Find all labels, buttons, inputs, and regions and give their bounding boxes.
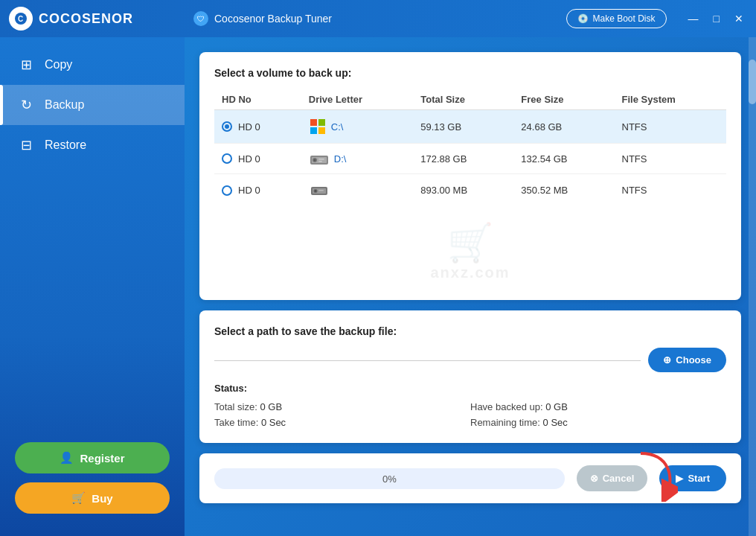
app-logo-text: COCOSENOR bbox=[39, 11, 133, 27]
svg-rect-16 bbox=[318, 190, 324, 191]
svg-rect-5 bbox=[318, 127, 325, 134]
col-total-size: Total Size bbox=[413, 89, 513, 110]
disk-icon bbox=[309, 151, 330, 166]
path-row: ⊕ Choose bbox=[214, 348, 726, 372]
sidebar-bottom: 👤 Register 🛒 Buy bbox=[0, 427, 185, 536]
status-title: Status: bbox=[214, 383, 726, 394]
take-time-item: Take time: 0 Sec bbox=[214, 417, 470, 428]
cancel-button[interactable]: ⊗ Cancel bbox=[577, 465, 648, 491]
free-size-cell: 132.54 GB bbox=[513, 144, 614, 174]
hd-no-cell: HD 0 bbox=[214, 144, 301, 174]
file-system-cell: NTFS bbox=[615, 144, 727, 174]
main-layout: ⊞ Copy ↻ Backup ⊟ Restore 👤 Register 🛒 B… bbox=[0, 37, 756, 536]
scrollbar[interactable] bbox=[749, 37, 756, 536]
svg-rect-4 bbox=[310, 127, 317, 134]
hd-no-cell: HD 0 bbox=[214, 110, 301, 144]
free-size-cell: 350.52 MB bbox=[513, 174, 614, 207]
radio-selected bbox=[222, 121, 232, 132]
start-button[interactable]: ▶ Start bbox=[659, 465, 726, 491]
cart-icon: 🛒 bbox=[71, 491, 86, 505]
col-hd-no: HD No bbox=[214, 89, 301, 110]
col-file-system: File System bbox=[615, 89, 727, 110]
hd-no-cell: HD 0 bbox=[214, 174, 301, 207]
drive-letter-cell: D:\ bbox=[301, 144, 413, 174]
svg-point-15 bbox=[315, 191, 316, 192]
play-icon: ▶ bbox=[676, 473, 683, 484]
cancel-icon: ⊗ bbox=[590, 473, 598, 484]
total-size-cell: 59.13 GB bbox=[413, 110, 513, 144]
volume-panel-title: Select a volume to back up: bbox=[214, 67, 726, 79]
window-controls: — □ ✕ bbox=[685, 12, 747, 25]
title-bar-actions: 💿 Make Boot Disk — □ ✕ bbox=[566, 9, 748, 28]
sidebar: ⊞ Copy ↻ Backup ⊟ Restore 👤 Register 🛒 B… bbox=[0, 37, 185, 536]
path-panel: Select a path to save the backup file: ⊕… bbox=[199, 310, 741, 443]
table-row[interactable]: HD 0 bbox=[214, 110, 726, 144]
progress-text: 0% bbox=[382, 473, 397, 484]
svg-text:C: C bbox=[18, 15, 24, 23]
shield-icon: 🛡 bbox=[193, 11, 208, 26]
restore-icon: ⊟ bbox=[18, 137, 34, 153]
table-row[interactable]: HD 0 bbox=[214, 144, 726, 174]
boot-disk-icon: 💿 bbox=[577, 13, 589, 24]
maximize-button[interactable]: □ bbox=[710, 12, 723, 25]
logo-icon: C bbox=[9, 7, 33, 31]
scrollbar-thumb[interactable] bbox=[749, 60, 756, 104]
plus-icon: ⊕ bbox=[663, 354, 671, 366]
svg-rect-10 bbox=[318, 159, 324, 160]
drive-letter-cell: C:\ bbox=[301, 110, 413, 144]
radio-unselected bbox=[222, 153, 232, 164]
volume-table: HD No Drive Letter Total Size Free Size … bbox=[214, 89, 726, 206]
close-button[interactable]: ✕ bbox=[731, 12, 747, 25]
app-logo: C COCOSENOR bbox=[9, 7, 193, 31]
file-system-cell: NTFS bbox=[615, 110, 727, 144]
total-size-cell: 172.88 GB bbox=[413, 144, 513, 174]
col-free-size: Free Size bbox=[513, 89, 614, 110]
backup-icon: ↻ bbox=[18, 97, 34, 113]
small-disk-icon bbox=[309, 182, 330, 197]
register-button[interactable]: 👤 Register bbox=[15, 442, 170, 473]
sidebar-item-restore[interactable]: ⊟ Restore bbox=[0, 125, 185, 165]
make-boot-disk-button[interactable]: 💿 Make Boot Disk bbox=[566, 9, 667, 28]
svg-point-9 bbox=[313, 159, 315, 162]
copy-icon: ⊞ bbox=[18, 57, 34, 73]
watermark: 🛒 anxz.com bbox=[214, 206, 726, 285]
progress-panel: 0% ⊗ Cancel ▶ Start bbox=[199, 453, 741, 503]
buy-button[interactable]: 🛒 Buy bbox=[15, 482, 170, 514]
status-grid: Total size: 0 GB Have backed up: 0 GB Ta… bbox=[214, 401, 726, 428]
file-system-cell: NTFS bbox=[615, 174, 727, 207]
sidebar-item-copy[interactable]: ⊞ Copy bbox=[0, 45, 185, 85]
register-icon: 👤 bbox=[60, 451, 74, 465]
total-size-cell: 893.00 MB bbox=[413, 174, 513, 207]
have-backed-up-item: Have backed up: 0 GB bbox=[470, 401, 726, 412]
title-bar: C COCOSENOR 🛡 Cocosenor Backup Tuner 💿 M… bbox=[0, 0, 756, 37]
path-line bbox=[214, 360, 641, 361]
drive-letter-cell bbox=[301, 174, 413, 207]
path-panel-title: Select a path to save the backup file: bbox=[214, 325, 726, 337]
content-area: Select a volume to back up: HD No Drive … bbox=[185, 37, 756, 536]
table-row[interactable]: HD 0 bbox=[214, 174, 726, 207]
title-bar-center: 🛡 Cocosenor Backup Tuner bbox=[193, 11, 566, 26]
status-section: Status: Total size: 0 GB Have backed up:… bbox=[214, 383, 726, 428]
minimize-button[interactable]: — bbox=[685, 12, 702, 25]
choose-button[interactable]: ⊕ Choose bbox=[648, 348, 726, 372]
col-drive-letter: Drive Letter bbox=[301, 89, 413, 110]
svg-rect-2 bbox=[310, 119, 317, 126]
progress-bar-container: 0% bbox=[214, 468, 565, 489]
svg-rect-11 bbox=[318, 161, 322, 162]
sidebar-item-backup[interactable]: ↻ Backup bbox=[0, 85, 185, 125]
app-window: C COCOSENOR 🛡 Cocosenor Backup Tuner 💿 M… bbox=[0, 0, 756, 536]
windows-icon bbox=[309, 118, 327, 135]
volume-panel: Select a volume to back up: HD No Drive … bbox=[199, 52, 741, 300]
svg-rect-3 bbox=[318, 119, 325, 126]
radio-unselected bbox=[222, 185, 232, 196]
remaining-time-item: Remaining time: 0 Sec bbox=[470, 417, 726, 428]
total-size-item: Total size: 0 GB bbox=[214, 401, 470, 412]
app-title: Cocosenor Backup Tuner bbox=[214, 13, 332, 25]
free-size-cell: 24.68 GB bbox=[513, 110, 614, 144]
